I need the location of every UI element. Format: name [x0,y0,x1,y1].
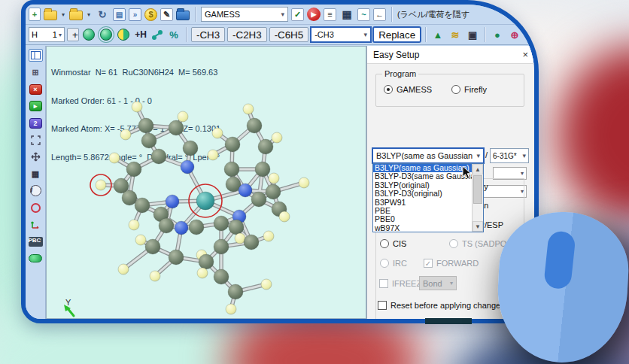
open-file-icon[interactable] [44,11,57,20]
play-marker-icon[interactable]: ▸ [29,101,42,111]
toolbar-separator [485,27,485,42]
dropdown-item[interactable]: B3PW91 [373,199,483,207]
radio-cis[interactable]: CIS [380,239,406,248]
main-toolbar: + ▾ ▾ ↻ ▤ » $ ✎ GAMESS ▾ ✓ ▶ ≡ ▦ ~ ← (ラベ… [26,5,534,25]
refresh-icon[interactable]: ↻ [95,7,110,22]
animation-icon[interactable]: ▦ [339,7,354,22]
run-icon[interactable]: ▶ [307,8,321,21]
fragment-c6h5-button[interactable]: -C6H5 [269,27,309,42]
export-file-icon[interactable] [69,11,83,20]
dropdown-item[interactable]: B3LYP(original) [373,181,483,190]
save-icon[interactable]: ▤ [113,8,126,21]
info-icon[interactable]: i [30,185,41,196]
fragment-ch3-button[interactable]: -CH3 [191,27,225,42]
radio-dot [380,259,389,268]
add-hydrogen-icon[interactable]: +H [133,27,148,42]
percent-icon[interactable]: % [166,27,181,42]
export-file-dropdown-icon[interactable]: ▾ [86,11,92,18]
dropdown-item[interactable]: PBE [373,207,483,215]
toolbar-separator [195,7,196,22]
toggle-icon[interactable] [29,254,42,262]
radio-gamess[interactable]: GAMESS [384,85,432,94]
import-icon[interactable]: ← [373,8,386,21]
replace-atom-sphere-icon[interactable] [100,29,112,41]
grid-icon[interactable]: ▦ [29,168,43,180]
element-spinner[interactable]: H 1 ▾ [29,27,65,42]
scrollbar-thumb[interactable] [473,175,482,204]
mouse-body [494,209,629,364]
radio-dot [380,239,389,248]
fragment-c2h3-button[interactable]: -C2H3 [227,27,267,42]
chevron-down-icon: ▾ [521,170,524,177]
chart-icon[interactable]: ~ [357,8,370,21]
method-dropdown-list[interactable]: B3LYP(same as Gaussian) B3LYP-D3(same as… [372,163,484,232]
method-basis-separator: / [485,150,488,159]
cell-cube-icon[interactable]: ▣ [465,27,480,42]
basis-select[interactable]: 6-31G* ▾ [490,148,529,163]
chevron-down-icon: ▾ [450,280,453,287]
bond-icon[interactable] [150,28,164,41]
move-view-icon[interactable] [29,150,43,163]
hide-labels-charges-label[interactable]: (ラベル/電荷を隠す [397,9,469,20]
toolbar-separator [425,27,426,42]
change-element-icon[interactable] [117,29,129,41]
edit-toolbar: H 1 ▾ + +H % -CH3 -C2H3 -C6H5 -CH3 ▾ Rep… [26,25,534,45]
panel-layout-icon[interactable] [29,49,43,62]
cleanup-broom-icon[interactable]: ≋ [448,27,463,42]
fragment-select-value: -CH3 [314,30,334,39]
element-count: 1 [53,30,57,39]
checkbox-box [379,279,388,288]
method-select[interactable]: B3LYP(same as Gaussian ▾ [372,148,484,163]
log-icon[interactable]: ≡ [324,8,336,21]
checkbox-forward: ✓ FORWARD [424,259,479,268]
molecule-viewport[interactable]: Winmostar N= 61 RuC30N6H24 M= 569.63 Mar… [46,46,366,319]
add-atom-sphere-icon[interactable] [83,29,95,41]
save-as-icon[interactable]: » [129,8,141,21]
job-check-icon[interactable]: ✓ [291,8,304,21]
edit-keywords-icon[interactable]: ✎ [160,8,173,21]
winmostar-window: + ▾ ▾ ↻ ▤ » $ ✎ GAMESS ▾ ✓ ▶ ≡ ▦ ~ ← (ラベ… [21,0,539,323]
radio-irc-label: IRC [393,259,407,268]
molecule-canvas[interactable]: Y [47,47,366,319]
add-atom-button[interactable]: + [67,28,79,41]
basis-select-value: 6-31G* [493,152,517,160]
checkbox-ifreez-label: IFREEZ [392,279,421,288]
radio-firefly[interactable]: Firefly [451,85,487,94]
checkbox-box [378,301,387,310]
chevron-down-icon: ▾ [281,11,284,18]
optimize-ball-icon[interactable]: ● [490,27,505,42]
joystick-icon[interactable]: ▲ [430,27,445,42]
dropdown-item[interactable]: wB97X [373,224,483,232]
chevron-down-icon: ▾ [522,152,526,159]
open-file-dropdown-icon[interactable]: ▾ [60,11,66,18]
panel-title-text: Easy Setup [373,50,419,60]
add-charge-icon[interactable]: ⊕ [507,27,522,42]
dropdown-item[interactable]: PBE0 [373,215,483,223]
program-group-label: Program [382,69,418,78]
engine-select[interactable]: GAMESS ▾ [201,7,288,22]
chevron-down-icon: ▾ [476,152,480,159]
scroll-up-icon[interactable]: ▲ [473,164,483,174]
charge-icon[interactable]: $ [144,8,157,21]
scroll-down-icon[interactable]: ▼ [473,221,483,232]
pbc-icon[interactable]: PBC [29,237,43,247]
delete-marker-icon[interactable]: × [29,84,42,95]
checkbox-box: ✓ [424,259,433,268]
new-file-icon[interactable]: + [29,8,41,21]
easy-setup-titlebar: Easy Setup × [367,46,534,64]
replace-button[interactable]: Replace [373,27,421,42]
fragment-select[interactable]: -CH3 ▾ [311,27,371,42]
axes-icon[interactable] [29,218,43,231]
fit-view-icon[interactable] [29,134,43,147]
mark-circle-icon[interactable] [31,203,41,213]
view-2-icon[interactable]: 2 [29,118,42,129]
checkbox-reset[interactable]: Reset before applying changes [378,301,505,310]
close-icon[interactable]: × [522,49,528,60]
mouse-illustration [488,202,629,364]
radio-cis-label: CIS [393,239,406,248]
dropdown-scrollbar[interactable]: ▲ ▼ [472,164,483,232]
view-sidebar: ⊞ × ▸ 2 ▦ i PBC [26,46,46,319]
dropdown-item[interactable]: B3LYP-D3(original) [373,190,483,198]
working-folder-icon[interactable] [176,11,190,20]
tile-windows-icon[interactable]: ⊞ [29,66,43,79]
